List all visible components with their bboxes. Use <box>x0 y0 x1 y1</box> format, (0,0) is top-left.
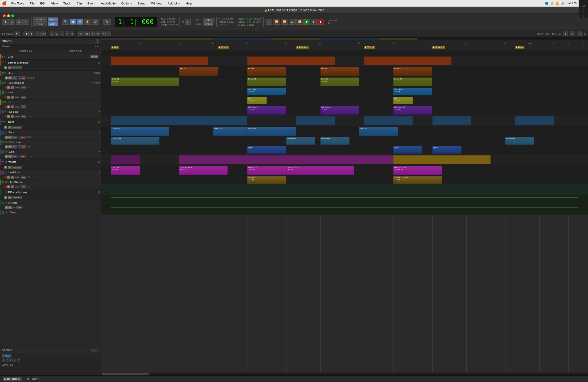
clip-keys-chorus2[interactable] <box>432 116 471 125</box>
mute-6[interactable]: M <box>11 105 14 108</box>
solo-6[interactable]: S <box>7 105 10 108</box>
clip-fill-2[interactable]: Fill ↔ 0 dB <box>393 97 413 104</box>
marker-outro[interactable]: ▶ Outro <box>515 46 525 49</box>
solo-group-12[interactable]: S <box>4 166 7 169</box>
group-2[interactable]: 2 <box>6 359 9 362</box>
solo-9[interactable]: S <box>5 136 8 139</box>
check-16[interactable] <box>2 202 4 204</box>
menu-options[interactable]: Options <box>120 2 133 5</box>
mute-13[interactable]: M <box>11 176 14 179</box>
clip-pluck-4[interactable]: Pluck Dela <box>505 137 534 145</box>
clip-keys-chorus1[interactable] <box>296 116 335 125</box>
loop-button[interactable]: ↩ <box>23 19 29 25</box>
clip-keys-overview[interactable] <box>111 116 247 125</box>
mute-4[interactable]: M <box>11 86 14 89</box>
clip-leadvoc-1[interactable]: Lead Voc ↔ 0 dB <box>111 166 140 175</box>
clip-drums-chorus2[interactable] <box>364 56 452 65</box>
clip-piano-103[interactable]: Piano 1-03 <box>111 127 169 136</box>
track-tri-1[interactable]: ▶ <box>2 56 3 58</box>
clip-snap-01b[interactable]: Snap-01 ↔ 0 dB <box>320 77 359 86</box>
clip-vocals-chorus2[interactable] <box>393 155 491 164</box>
zoom-tool[interactable]: 🔍 <box>62 19 69 25</box>
clip-chorusbg-1[interactable]: Chorus BG- ↔ 0 dB <box>247 176 286 184</box>
menu-window[interactable]: Window <box>150 2 163 5</box>
link-btn[interactable]: ⛓ <box>84 32 90 36</box>
minimize-button[interactable] <box>7 14 10 17</box>
clip-hat1[interactable]: Hat Loop 1 ↔ 0 dB <box>247 88 286 95</box>
clip-synth-3[interactable]: Synth <box>432 146 462 154</box>
solo-10[interactable]: S <box>5 145 8 149</box>
clip-pluck-1[interactable]: Pluck Dela <box>111 137 159 145</box>
clps-3[interactable]: clps <box>12 76 17 80</box>
read-5[interactable]: read <box>21 96 26 99</box>
solo-group-15[interactable]: S <box>4 196 7 199</box>
speaker-tool[interactable]: 🔊 <box>92 19 99 25</box>
overview-15[interactable]: overview <box>12 196 22 199</box>
mute-11[interactable]: M <box>8 155 12 158</box>
check-9[interactable] <box>2 131 4 134</box>
stop-button[interactable]: ■ <box>311 19 316 25</box>
rewind-transport[interactable]: ⏪ <box>273 19 280 25</box>
marker-chorus1[interactable]: ▶ Chorus 1 <box>296 46 309 49</box>
clip-hat2[interactable]: Hat Loop 2 ↔ 0 dB <box>393 88 432 95</box>
group-tri-8[interactable]: ▼ <box>2 121 4 123</box>
hand-tool[interactable]: ✋ <box>84 19 91 25</box>
clps-11[interactable]: clps <box>12 155 17 158</box>
check-13[interactable] <box>2 171 4 174</box>
clip-piano-02[interactable]: Piano-02 <box>359 127 398 136</box>
red-10[interactable]: red <box>21 145 26 149</box>
clip-leadvoc-2[interactable]: Lead Voca ↔ 0 dB <box>247 166 286 175</box>
menu-edit[interactable]: Edit <box>39 2 46 5</box>
group-tri-12[interactable]: ▼ <box>2 161 4 163</box>
mute-group-15[interactable]: M <box>8 196 12 199</box>
track-num-4[interactable]: 4 <box>65 32 69 36</box>
menu-audiosuite[interactable]: AudioSuite <box>100 2 117 5</box>
clps-10[interactable]: clps <box>12 145 17 149</box>
clip-piano-110[interactable]: Piano 1-10 <box>213 127 252 136</box>
clip-808-3[interactable]: 808 Bass_03 ↔ 0 dB <box>393 106 432 115</box>
mute-10[interactable]: M <box>8 145 12 149</box>
check-3[interactable] <box>2 72 4 74</box>
pencil-tool[interactable]: ✏️ <box>103 19 111 25</box>
red-3[interactable]: red <box>21 76 26 80</box>
clip-kick-04[interactable]: Kick-04 <box>179 67 218 76</box>
clip-fill-1[interactable]: Fill ↔ 0 dB <box>247 97 267 104</box>
red-9[interactable]: red <box>21 136 26 139</box>
group-4[interactable]: 4 <box>13 359 16 362</box>
clip-btn[interactable]: ▭ <box>95 32 101 36</box>
mute-7[interactable]: M <box>11 115 14 118</box>
track-num-2[interactable]: 2 <box>55 32 59 36</box>
smart-tool[interactable]: ✛ <box>77 19 83 25</box>
solo-group-8[interactable]: S <box>4 126 7 129</box>
read-6[interactable]: read <box>21 105 26 108</box>
midi-btn[interactable]: ♪ <box>90 32 95 36</box>
loop-transport[interactable]: 🔁 <box>296 19 304 25</box>
clip-drums-intro[interactable] <box>111 56 208 65</box>
loop-btn[interactable]: ↩ <box>35 32 40 36</box>
groups-menu-btn[interactable]: ≡ <box>91 349 94 352</box>
mute-9[interactable]: M <box>8 136 12 139</box>
solo-7[interactable]: S <box>7 115 10 118</box>
clip-808-2[interactable]: 808 Bass_0 ↔ 0 dB <box>320 106 359 115</box>
tracks-menu-button[interactable]: ≡ <box>96 39 99 42</box>
hscroll[interactable] <box>101 373 588 375</box>
solo-1[interactable]: S <box>91 55 94 58</box>
overview-8[interactable]: overview <box>12 126 22 129</box>
read-16[interactable]: read <box>16 206 22 209</box>
zoom-tool2[interactable]: ⤢ <box>41 32 46 36</box>
clip-leadvoc-03[interactable]: Lead Vocal-03 ↔ 0 dB <box>286 166 355 175</box>
check-10[interactable] <box>2 141 4 143</box>
clip-chorusbg-01[interactable]: Chorus BG_01-01 ↔ 0 dB <box>393 176 442 184</box>
overview-12[interactable]: overview <box>12 166 22 169</box>
read-7[interactable]: read <box>21 115 26 118</box>
overview-2[interactable]: overview <box>12 66 22 69</box>
check-11[interactable] <box>2 150 4 153</box>
mute-1[interactable]: M <box>94 55 98 58</box>
mute-group-12[interactable]: M <box>8 166 12 169</box>
clip-pluck-2[interactable]: Pluck Dela <box>286 137 315 145</box>
marker-intro[interactable]: ▶ Intro <box>111 46 119 49</box>
track-num-3[interactable]: 3 <box>60 32 64 36</box>
solo-14[interactable]: S <box>7 185 10 189</box>
mute-group-2[interactable]: M <box>8 66 12 69</box>
p-11[interactable]: p <box>18 155 21 158</box>
